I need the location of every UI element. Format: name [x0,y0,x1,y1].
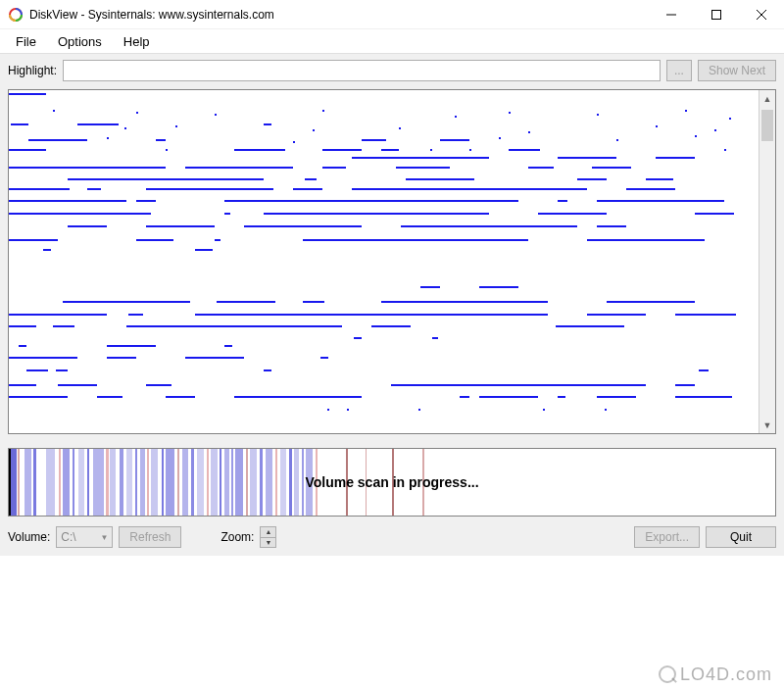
volume-label: Volume: [8,530,50,544]
allocation-dot [714,129,716,131]
allocation-dot [136,112,138,114]
disk-map-canvas[interactable] [9,90,759,433]
allocation-segment [509,149,540,151]
allocation-segment [479,396,538,398]
scroll-thumb[interactable] [761,110,773,141]
allocation-segment [185,167,293,169]
zoom-down-icon[interactable]: ▼ [261,538,275,548]
allocation-segment [56,369,68,371]
allocation-segment [656,157,695,159]
allocation-segment [352,157,489,159]
allocation-segment [675,314,736,316]
allocation-segment [224,200,518,202]
overview-panel[interactable]: Volume scan in progress... [8,448,776,517]
allocation-segment [264,123,271,125]
highlight-label: Highlight: [8,64,57,77]
allocation-segment [146,188,273,190]
allocation-segment [695,213,734,215]
allocation-segment [587,239,705,241]
menu-help[interactable]: Help [114,31,160,52]
allocation-segment [128,314,143,316]
allocation-dot [327,409,329,411]
allocation-segment [185,357,244,359]
allocation-segment [9,200,126,202]
allocation-segment [607,301,695,303]
allocation-dot [322,110,324,112]
allocation-dot [729,118,731,120]
scroll-down-icon[interactable]: ▼ [760,417,775,433]
allocation-dot [528,131,530,133]
allocation-segment [440,139,469,141]
allocation-segment [401,225,577,227]
allocation-segment [303,301,324,303]
allocation-segment [587,314,646,316]
allocation-segment [146,225,215,227]
refresh-button[interactable]: Refresh [119,526,181,548]
client-area: Highlight: ... Show Next ▲ ▼ Volume scan… [0,53,784,556]
allocation-segment [43,249,51,251]
app-icon [8,7,24,23]
allocation-dot [166,149,168,151]
allocation-dot [724,149,726,151]
allocation-segment [136,200,156,202]
watermark: LO4D.com [659,664,772,685]
allocation-dot [215,114,217,116]
volume-select[interactable]: C:\ ▼ [56,526,113,548]
allocation-segment [136,239,173,241]
allocation-dot [107,137,109,139]
allocation-segment [646,178,673,180]
allocation-segment [322,149,362,151]
allocation-segment [217,301,275,303]
zoom-spinner[interactable]: ▲ ▼ [260,526,276,548]
minimize-button[interactable] [649,0,694,29]
allocation-segment [234,396,362,398]
close-button[interactable] [739,0,784,29]
allocation-segment [558,157,616,159]
allocation-segment [9,167,166,169]
allocation-segment [126,325,342,327]
allocation-segment [215,239,220,241]
allocation-segment [303,239,528,241]
allocation-segment [577,178,607,180]
allocation-segment [699,369,709,371]
browse-button[interactable]: ... [666,60,692,81]
allocation-segment [19,345,26,347]
zoom-up-icon[interactable]: ▲ [261,527,275,538]
quit-button[interactable]: Quit [706,526,776,548]
allocation-segment [558,200,567,202]
allocation-segment [224,345,232,347]
allocation-segment [675,396,732,398]
allocation-segment [224,213,230,215]
allocation-segment [234,149,285,151]
allocation-segment [68,178,264,180]
allocation-segment [432,337,438,339]
allocation-segment [264,369,271,371]
allocation-segment [420,286,440,288]
allocation-segment [68,225,107,227]
allocation-segment [9,188,70,190]
export-button[interactable]: Export... [634,526,700,548]
allocation-dot [543,409,545,411]
allocation-segment [381,149,399,151]
show-next-button[interactable]: Show Next [698,60,776,81]
allocation-dot [509,112,511,114]
menu-file[interactable]: File [6,31,46,52]
allocation-segment [107,357,136,359]
bottom-toolbar: Volume: C:\ ▼ Refresh Zoom: ▲ ▼ Export..… [8,526,776,548]
vertical-scrollbar[interactable]: ▲ ▼ [759,90,775,433]
allocation-segment [406,178,474,180]
menu-options[interactable]: Options [48,31,112,52]
allocation-segment [9,314,107,316]
highlight-input[interactable] [63,60,661,81]
allocation-dot [695,135,697,137]
allocation-segment [558,396,565,398]
highlight-row: Highlight: ... Show Next [8,60,776,81]
allocation-dot [430,149,432,151]
allocation-dot [499,137,501,139]
volume-value: C:\ [61,530,75,544]
scroll-up-icon[interactable]: ▲ [760,90,775,107]
allocation-segment [53,325,74,327]
maximize-button[interactable] [694,0,739,29]
allocation-segment [146,384,172,386]
allocation-segment [63,301,190,303]
